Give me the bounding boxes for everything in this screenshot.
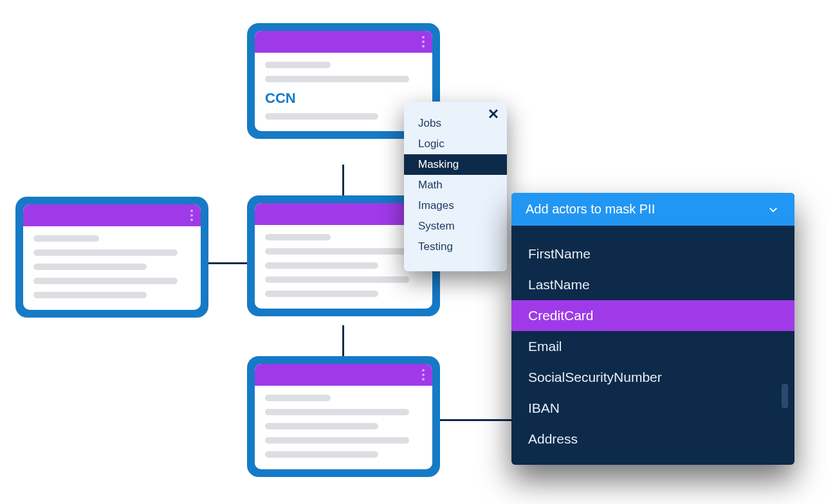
picker-list: FirstName LastName CreditCard Email Soci… [511,226,794,465]
picker-item-address[interactable]: Address [511,424,794,455]
placeholder-line [265,113,378,120]
placeholder-line [33,264,147,270]
placeholder-line [265,291,378,297]
picker-panel: Add actors to mask PII FirstName LastNam… [511,193,794,465]
placeholder-line [33,292,147,298]
placeholder-line [265,76,409,82]
node-bottom-header[interactable] [255,364,432,386]
placeholder-line [265,234,331,240]
context-menu-item-math[interactable]: Math [404,175,507,195]
node-left-header[interactable] [23,204,201,226]
placeholder-line [265,437,409,444]
kebab-icon[interactable] [190,210,193,221]
picker-item-iban[interactable]: IBAN [511,393,794,424]
context-menu-item-masking[interactable]: Masking [404,154,507,175]
placeholder-line [265,409,409,415]
picker-item-creditcard[interactable]: CreditCard [511,300,794,331]
picker-item-email[interactable]: Email [511,331,794,362]
placeholder-line [265,248,409,255]
node-top-header[interactable] [255,31,432,53]
diagram-canvas: CCN [0,0,826,504]
picker-item-lastname[interactable]: LastName [511,269,794,300]
scrollbar-thumb[interactable] [782,384,788,408]
node-left[interactable] [15,197,208,318]
context-menu-item-system[interactable]: System [404,216,507,237]
link-top-to-center [342,165,344,195]
context-menu-item-logic[interactable]: Logic [404,134,507,154]
context-menu-item-testing[interactable]: Testing [404,237,507,257]
context-menu[interactable]: Jobs Logic Masking Math Images System Te… [404,102,507,271]
kebab-icon[interactable] [422,36,425,48]
picker-item-firstname[interactable]: FirstName [511,239,794,269]
link-bottom-to-picker [440,419,512,421]
chevron-down-icon[interactable] [766,203,780,217]
placeholder-line [265,423,378,429]
placeholder-line [265,395,331,401]
link-center-to-bottom [342,325,344,356]
placeholder-line [265,62,331,68]
placeholder-line [33,235,99,242]
link-left-to-center [207,262,247,264]
placeholder-line [33,249,178,256]
picker-header-label: Add actors to mask PII [526,202,655,217]
placeholder-line [265,276,409,283]
close-icon[interactable] [486,107,500,121]
node-bottom[interactable] [247,356,440,477]
context-menu-item-images[interactable]: Images [404,195,507,216]
picker-header[interactable]: Add actors to mask PII [511,193,794,226]
kebab-icon[interactable] [422,369,425,381]
placeholder-line [265,451,378,458]
placeholder-line [265,262,378,269]
node-top-field-label: CCN [265,90,422,107]
picker-item-ssn[interactable]: SocialSecurityNumber [511,362,794,393]
placeholder-line [33,278,178,284]
